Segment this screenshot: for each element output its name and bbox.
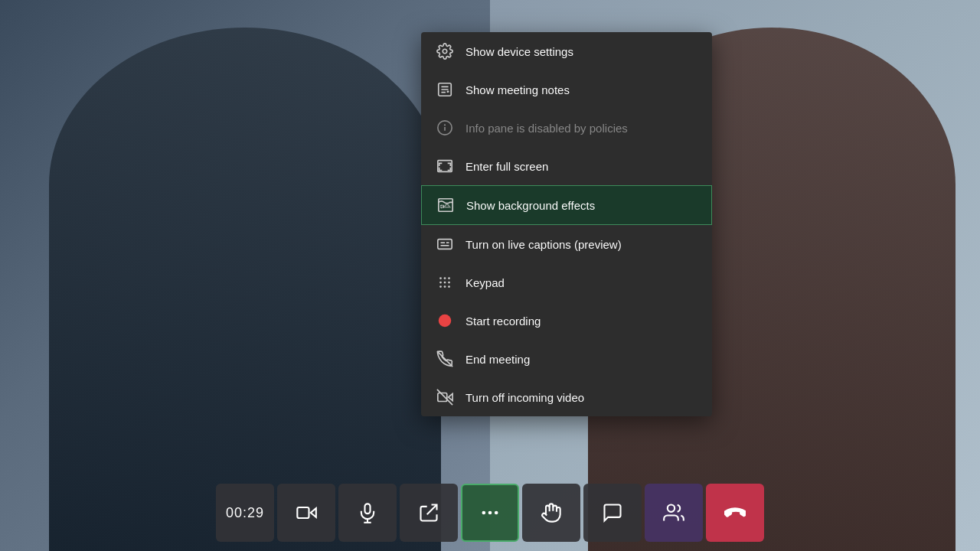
menu-label-info-pane: Info pane is disabled by policies [466,122,628,135]
menu-item-live-captions[interactable]: Turn on live captions (preview) [421,225,712,263]
notes-icon [436,81,453,98]
menu-label-live-captions: Turn on live captions (preview) [466,238,622,251]
menu-item-device-settings[interactable]: Show device settings [421,32,712,70]
svg-point-20 [439,282,442,284]
end-meeting-icon [436,350,453,367]
svg-point-21 [444,282,446,284]
svg-point-12 [441,205,444,208]
svg-line-29 [437,390,452,405]
raise-hand-button[interactable] [522,484,580,542]
svg-point-22 [448,282,450,284]
toolbar: 00:29 [0,482,980,551]
menu-item-turn-off-video[interactable]: Turn off incoming video [421,378,712,416]
svg-rect-30 [297,507,309,518]
bg-left [0,0,490,551]
call-timer: 00:29 [216,484,274,542]
svg-point-18 [444,277,446,279]
svg-point-35 [488,511,492,515]
svg-rect-13 [438,240,452,249]
svg-point-37 [668,505,675,512]
end-call-button[interactable] [706,484,764,542]
background-icon [437,197,454,214]
camera-button[interactable] [277,484,335,542]
record-icon [436,312,453,329]
menu-item-end-meeting[interactable]: End meeting [421,340,712,378]
menu-label-full-screen: Enter full screen [466,160,548,173]
video-off-icon [436,389,453,406]
menu-item-meeting-notes[interactable]: Show meeting notes [421,70,712,109]
menu-label-background-effects: Show background effects [466,199,595,212]
context-menu: Show device settings Show meeting notes … [421,32,712,416]
svg-point-17 [439,277,442,279]
svg-rect-31 [365,504,371,514]
svg-point-24 [444,285,446,288]
chat-button[interactable] [583,484,642,542]
menu-item-keypad[interactable]: Keypad [421,263,712,302]
svg-point-34 [482,511,486,515]
fullscreen-icon [436,158,453,174]
svg-point-0 [443,49,447,54]
info-icon [436,119,453,136]
menu-label-device-settings: Show device settings [466,45,573,58]
microphone-button[interactable] [338,484,397,542]
menu-label-meeting-notes: Show meeting notes [466,83,570,96]
share-button[interactable] [400,484,458,542]
gear-icon [436,43,453,60]
more-button[interactable] [461,484,519,542]
svg-point-19 [448,277,450,279]
menu-label-start-recording: Start recording [466,315,541,328]
menu-label-turn-off-video: Turn off incoming video [466,391,584,404]
captions-icon [436,236,453,253]
svg-point-25 [448,285,450,288]
svg-point-26 [439,315,452,328]
svg-point-36 [495,511,498,515]
participants-button[interactable] [645,484,703,542]
menu-label-end-meeting: End meeting [466,353,530,366]
menu-item-info-pane: Info pane is disabled by policies [421,109,712,147]
menu-item-full-screen[interactable]: Enter full screen [421,147,712,185]
svg-point-23 [439,285,442,288]
person-silhouette-left [49,28,441,551]
keypad-icon [436,274,453,291]
menu-label-keypad: Keypad [466,276,505,289]
menu-item-start-recording[interactable]: Start recording [421,302,712,340]
menu-item-background-effects[interactable]: Show background effects [421,185,712,225]
